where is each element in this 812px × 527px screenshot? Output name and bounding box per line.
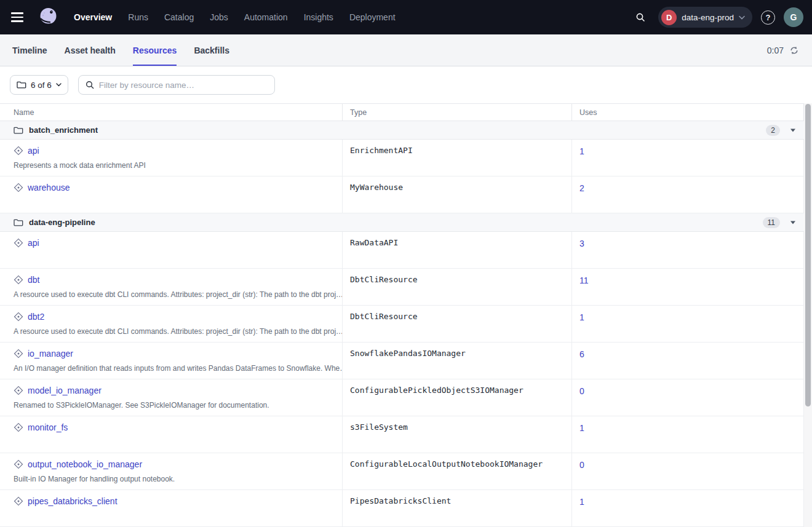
resource-row: pipes_databricks_client PipesDatabricksC… (0, 490, 812, 527)
resource-description: Represents a mock data enrichment API (14, 161, 342, 170)
resource-uses-link[interactable]: 1 (579, 423, 584, 433)
resource-row: api RawDataAPI 3 (0, 232, 812, 269)
group-filter-button[interactable]: 6 of 6 (10, 75, 68, 95)
group-filter-label: 6 of 6 (31, 81, 52, 90)
resource-description: A resource used to execute dbt CLI comma… (14, 290, 342, 299)
collapse-caret-icon[interactable] (790, 221, 796, 224)
resource-name-link[interactable]: model_io_manager (28, 386, 102, 395)
resource-icon (14, 422, 23, 432)
resource-type: MyWarehouse (343, 176, 572, 213)
resource-icon (14, 459, 23, 469)
folder-icon (17, 80, 26, 90)
resource-type: EnrichmentAPI (343, 140, 572, 176)
resource-uses-link[interactable]: 1 (579, 312, 584, 322)
resource-type: RawDataAPI (343, 232, 572, 268)
resource-uses-link[interactable]: 2 (579, 183, 584, 193)
resource-type: s3FileSystem (343, 416, 572, 453)
nav-item-overview[interactable]: Overview (74, 12, 112, 22)
resource-icon (14, 496, 23, 506)
resource-search-box (78, 75, 275, 95)
table-body: batch_enrichment 2 api Represents a mock… (0, 121, 812, 527)
scrollbar-thumb[interactable] (805, 104, 811, 406)
resource-row: model_io_manager Renamed to S3PickleIOMa… (0, 379, 812, 416)
filter-bar: 6 of 6 (0, 66, 812, 103)
resource-icon (14, 275, 23, 285)
resource-name-link[interactable]: api (28, 238, 39, 248)
resource-row: dbt2 A resource used to execute dbt CLI … (0, 306, 812, 343)
resource-icon (14, 238, 23, 248)
resource-name-link[interactable]: dbt (28, 275, 39, 285)
resource-icon (14, 386, 23, 395)
resource-row: api Represents a mock data enrichment AP… (0, 140, 812, 176)
top-navigation: Overview Runs Catalog Jobs Automation In… (0, 0, 812, 34)
search-icon (635, 12, 645, 22)
column-header-uses: Uses (572, 104, 804, 121)
dagster-logo[interactable] (36, 5, 60, 30)
resource-description: Renamed to S3PickleIOManager. See S3Pick… (14, 401, 342, 410)
search-icon (85, 80, 95, 90)
resource-uses-link[interactable]: 0 (579, 386, 584, 396)
resource-uses-link[interactable]: 11 (579, 275, 589, 285)
resource-row: warehouse MyWarehouse 2 (0, 176, 812, 213)
tab-resources[interactable]: Resources (133, 34, 177, 66)
resource-group-row[interactable]: batch_enrichment 2 (0, 121, 812, 140)
column-header-name: Name (0, 104, 343, 121)
resource-uses-link[interactable]: 0 (579, 460, 584, 470)
resource-uses-link[interactable]: 6 (579, 349, 584, 359)
resource-name-link[interactable]: warehouse (28, 183, 70, 192)
tab-backfills[interactable]: Backfills (194, 34, 229, 66)
resource-name-link[interactable]: api (28, 146, 39, 156)
nav-item-insights[interactable]: Insights (304, 12, 333, 22)
resource-name-link[interactable]: output_notebook_io_manager (28, 459, 142, 469)
collapse-caret-icon[interactable] (790, 129, 796, 132)
resource-type: PipesDatabricksClient (343, 490, 572, 526)
overview-tabs-bar: Timeline Asset health Resources Backfill… (0, 34, 812, 66)
resource-type: DbtCliResource (343, 306, 572, 342)
table-header-row: Name Type Uses (0, 103, 812, 121)
nav-item-deployment[interactable]: Deployment (349, 12, 396, 22)
resource-row: monitor_fs s3FileSystem 1 (0, 416, 812, 453)
group-count-badge: 11 (763, 217, 780, 228)
deployment-switcher[interactable]: D data-eng-prod (658, 7, 752, 28)
user-avatar[interactable]: G (784, 7, 803, 27)
resource-uses-link[interactable]: 1 (579, 146, 584, 156)
hamburger-menu-icon[interactable] (9, 7, 30, 28)
nav-item-jobs[interactable]: Jobs (210, 12, 228, 22)
group-name: batch_enrichment (29, 125, 98, 135)
resource-row: dbt A resource used to execute dbt CLI c… (0, 269, 812, 306)
resource-uses-link[interactable]: 1 (579, 497, 584, 507)
tab-asset-health[interactable]: Asset health (65, 34, 116, 66)
primary-nav: Overview Runs Catalog Jobs Automation In… (74, 12, 396, 22)
resource-row: output_notebook_io_manager Built-in IO M… (0, 453, 812, 490)
help-button[interactable]: ? (761, 10, 775, 25)
group-name: data-eng-pipeline (29, 218, 95, 227)
resource-uses-link[interactable]: 3 (579, 239, 584, 248)
resources-table: Name Type Uses batch_enrichment 2 api Re… (0, 103, 812, 527)
refresh-timer: 0:07 (767, 46, 784, 55)
tab-timeline[interactable]: Timeline (12, 34, 47, 66)
nav-item-catalog[interactable]: Catalog (164, 12, 194, 22)
resource-group-row[interactable]: data-eng-pipeline 11 (0, 213, 812, 232)
folder-icon (14, 218, 23, 228)
resource-name-link[interactable]: monitor_fs (28, 422, 68, 432)
search-button[interactable] (631, 8, 650, 26)
resource-icon (14, 183, 23, 192)
resource-icon (14, 349, 23, 359)
resource-row: io_manager An I/O manager definition tha… (0, 343, 812, 379)
vertical-scrollbar[interactable] (804, 103, 812, 527)
deployment-initial-badge: D (661, 10, 677, 25)
resource-description: A resource used to execute dbt CLI comma… (14, 327, 342, 336)
resource-name-link[interactable]: dbt2 (28, 312, 44, 322)
nav-item-runs[interactable]: Runs (128, 12, 148, 22)
refresh-icon[interactable] (789, 45, 800, 56)
group-count-badge: 2 (766, 125, 780, 136)
resource-name-link[interactable]: io_manager (28, 349, 73, 359)
resource-filter-input[interactable] (99, 81, 268, 90)
deployment-name: data-eng-prod (682, 13, 734, 22)
resource-type: ConfigurableLocalOutputNotebookIOManager (343, 453, 572, 489)
resource-name-link[interactable]: pipes_databricks_client (28, 496, 117, 506)
resource-type: DbtCliResource (343, 269, 572, 305)
nav-item-automation[interactable]: Automation (244, 12, 288, 22)
chevron-down-icon (739, 15, 745, 20)
chevron-down-icon (56, 83, 62, 87)
